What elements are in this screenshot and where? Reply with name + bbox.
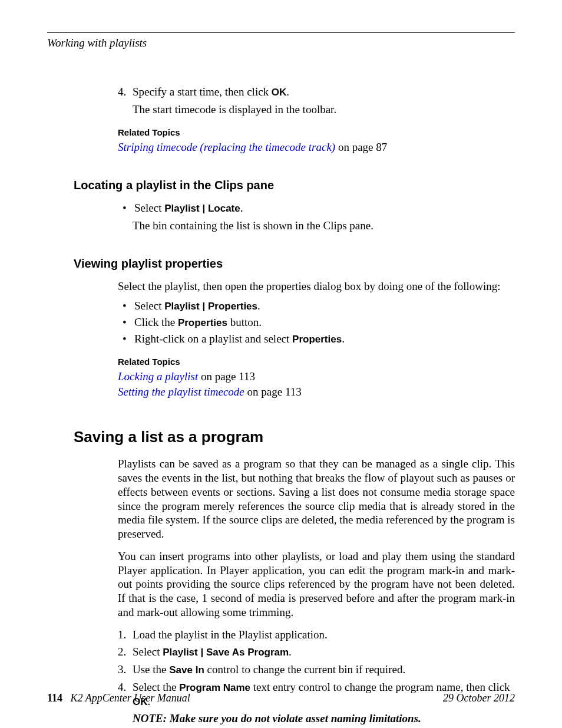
saving-step-3-num: 3. bbox=[118, 663, 133, 677]
viewing-bullet-2: • Click the Properties button. bbox=[123, 315, 515, 330]
s4-mid: text entry control to change the program… bbox=[250, 681, 510, 693]
saving-step-1: 1. Load the playlist in the Playlist app… bbox=[118, 628, 515, 642]
manual-title: K2 AppCenter User Manual bbox=[71, 692, 190, 704]
related-link-1-suffix: on page 87 bbox=[335, 141, 387, 153]
page-number: 114 bbox=[47, 692, 62, 704]
saving-step-1-txt: Load the playlist in the Playlist applic… bbox=[133, 628, 515, 642]
locating-bullet: • Select Playlist | Locate. bbox=[123, 201, 515, 215]
step-4: 4. Specify a start time, then click OK. bbox=[118, 85, 515, 99]
s3-pre: Use the bbox=[133, 663, 169, 676]
properties-button-label: Properties bbox=[178, 317, 227, 328]
properties-context-label: Properties bbox=[292, 334, 342, 345]
bullet-icon: • bbox=[123, 299, 134, 313]
viewing-b2-post: button. bbox=[227, 316, 262, 328]
viewing-bullet-1: • Select Playlist | Properties. bbox=[123, 299, 515, 313]
program-name-label: Program Name bbox=[179, 682, 250, 693]
saving-step-2-num: 2. bbox=[118, 645, 133, 659]
related-link-row-2a: Locking a playlist on page 113 bbox=[118, 370, 515, 384]
link-setting-playlist-timecode[interactable]: Setting the playlist timecode bbox=[118, 386, 244, 398]
save-in-label: Save In bbox=[169, 664, 204, 676]
step-4-post: . bbox=[286, 85, 289, 98]
saving-step-2-txt: Select Playlist | Save As Program. bbox=[133, 645, 515, 659]
playlist-locate-label: Playlist | Locate bbox=[164, 203, 240, 214]
viewing-bullet-3-text: Right-click on a playlist and select Pro… bbox=[134, 332, 515, 346]
step-4-text: Specify a start time, then click OK. bbox=[133, 85, 515, 99]
step-4-number: 4. bbox=[118, 85, 133, 99]
related-link-2a-suffix: on page 113 bbox=[198, 370, 255, 383]
heading-viewing-properties: Viewing playlist properties bbox=[74, 256, 515, 271]
saving-step-2: 2. Select Playlist | Save As Program. bbox=[118, 645, 515, 659]
viewing-intro: Select the playlist, then open the prope… bbox=[118, 279, 515, 294]
saving-p1: Playlists can be saved as a program so t… bbox=[118, 457, 515, 541]
s3-post: control to change the current bin if req… bbox=[204, 663, 405, 676]
saving-step-3-txt: Use the Save In control to change the cu… bbox=[133, 663, 515, 677]
header-rule bbox=[47, 32, 515, 33]
viewing-bullet-1-text: Select Playlist | Properties. bbox=[134, 299, 515, 313]
step-4-pre: Specify a start time, then click bbox=[133, 85, 272, 98]
locating-post: . bbox=[240, 202, 243, 214]
viewing-b1-post: . bbox=[257, 299, 260, 312]
s2-pre: Select bbox=[133, 645, 163, 658]
locating-bullet-text: Select Playlist | Locate. bbox=[134, 201, 515, 215]
viewing-bullet-3: • Right-click on a playlist and select P… bbox=[123, 332, 515, 346]
viewing-b2-pre: Click the bbox=[134, 316, 178, 328]
link-striping-timecode[interactable]: Striping timecode (replacing the timecod… bbox=[118, 141, 335, 153]
viewing-b1-pre: Select bbox=[134, 299, 164, 312]
locating-pre: Select bbox=[134, 202, 164, 214]
viewing-b3-post: . bbox=[342, 332, 345, 345]
page-footer: 114 K2 AppCenter User Manual 29 October … bbox=[47, 692, 515, 704]
related-topics-heading-2: Related Topics bbox=[118, 357, 515, 368]
saving-note: NOTE: Make sure you do not violate asset… bbox=[133, 711, 515, 726]
step-4-sub: The start timecode is displayed in the t… bbox=[133, 103, 515, 117]
s4-pre: Select the bbox=[133, 681, 179, 693]
related-topics-heading-1: Related Topics bbox=[118, 127, 515, 139]
locating-sub: The bin containing the list is shown in … bbox=[133, 219, 515, 233]
related-link-2b-suffix: on page 113 bbox=[244, 386, 302, 398]
related-link-row-1: Striping timecode (replacing the timecod… bbox=[118, 140, 515, 154]
related-link-row-2b: Setting the playlist timecode on page 11… bbox=[118, 385, 515, 399]
saving-step-3: 3. Use the Save In control to change the… bbox=[118, 663, 515, 677]
heading-locating-playlist: Locating a playlist in the Clips pane bbox=[74, 178, 515, 193]
playlist-properties-label: Playlist | Properties bbox=[164, 301, 257, 312]
viewing-bullet-2-text: Click the Properties button. bbox=[134, 315, 515, 330]
saving-p2: You can insert programs into other playl… bbox=[118, 549, 515, 620]
saving-step-1-num: 1. bbox=[118, 628, 133, 642]
heading-saving-list: Saving a list as a program bbox=[74, 427, 515, 447]
s2-post: . bbox=[289, 645, 292, 658]
viewing-b3-pre: Right-click on a playlist and select bbox=[134, 332, 292, 345]
bullet-icon: • bbox=[123, 315, 134, 330]
link-locking-playlist[interactable]: Locking a playlist bbox=[118, 370, 198, 383]
running-head: Working with playlists bbox=[47, 37, 515, 50]
footer-date: 29 October 2012 bbox=[443, 692, 515, 704]
ok-label: OK bbox=[272, 87, 287, 98]
footer-left: 114 K2 AppCenter User Manual bbox=[47, 692, 190, 704]
bullet-icon: • bbox=[123, 201, 134, 215]
bullet-icon: • bbox=[123, 332, 134, 346]
playlist-save-as-program-label: Playlist | Save As Program bbox=[163, 647, 289, 658]
